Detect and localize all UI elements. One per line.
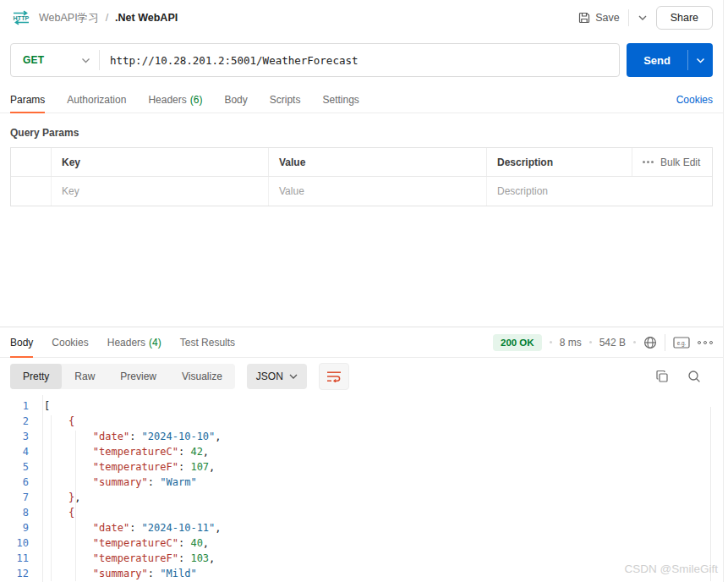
send-options-chevron[interactable]	[688, 43, 713, 77]
network-globe-icon[interactable]	[643, 336, 657, 349]
line-number: 7	[0, 490, 36, 505]
top-bar: HTTP WebAPI学习 / .Net WebAPI Save	[0, 0, 723, 36]
query-params-table: Key Value Description Bulk Edit Key Valu…	[10, 147, 713, 206]
save-label: Save	[595, 12, 620, 24]
search-icon[interactable]	[687, 370, 701, 383]
response-tabs-row: Body Cookies Headers(4) Test Results 200…	[0, 327, 723, 358]
tab-authorization[interactable]: Authorization	[67, 86, 126, 113]
query-params-section: Query Params Key Value Description Bulk …	[0, 113, 723, 206]
line-number: 9	[0, 520, 36, 535]
breadcrumb-collection[interactable]: WebAPI学习	[39, 11, 99, 25]
view-tab-preview[interactable]: Preview	[107, 364, 169, 389]
method-selector[interactable]: GET	[11, 54, 99, 66]
bulk-edit-cell: Bulk Edit	[632, 148, 712, 176]
description-column-header: Description	[487, 148, 632, 176]
response-size[interactable]: 542 B	[599, 337, 626, 349]
response-tabs: Body Cookies Headers(4) Test Results	[10, 327, 235, 357]
indent-guide	[51, 415, 52, 581]
table-header-row: Key Value Description Bulk Edit	[11, 148, 712, 177]
more-options-icon	[643, 161, 654, 163]
code-line: 4 "temperatureC": 42,	[0, 444, 723, 459]
tab-response-headers[interactable]: Headers(4)	[107, 327, 161, 357]
dot-separator	[550, 341, 552, 343]
tab-body[interactable]: Body	[224, 86, 247, 113]
response-pane: Body Cookies Headers(4) Test Results 200…	[0, 327, 723, 582]
line-number: 1	[0, 398, 36, 414]
view-actions	[655, 370, 713, 383]
line-number: 5	[0, 459, 36, 475]
bulk-edit-button[interactable]: Bulk Edit	[643, 156, 700, 168]
scrollbar[interactable]	[710, 407, 711, 581]
gutter-divider	[42, 395, 43, 582]
value-column-header: Value	[269, 148, 487, 176]
wrap-lines-icon	[326, 371, 342, 382]
request-pane: GET Send Params Authorization Headers(6)	[0, 36, 723, 327]
code-line: 5 "temperatureF": 107,	[0, 459, 723, 475]
request-tabs-row: Params Authorization Headers(6) Body Scr…	[0, 86, 723, 113]
response-view-toolbar: Pretty Raw Preview Visualize JSON	[0, 358, 723, 395]
chevron-down-icon	[81, 58, 90, 63]
code-line: 9 "date": "2024-10-11",	[0, 520, 723, 535]
view-tab-pretty[interactable]: Pretty	[10, 364, 62, 389]
response-meta: 200 OK 8 ms 542 B e.g.	[493, 334, 713, 351]
code-lines: 1[2 {3 "date": "2024-10-10",4 "temperatu…	[0, 398, 723, 581]
svg-text:HTTP: HTTP	[14, 14, 30, 22]
code-line: 11 "temperatureF": 103,	[0, 551, 723, 566]
line-number: 12	[0, 566, 36, 581]
share-button[interactable]: Share	[656, 6, 713, 30]
value-input[interactable]: Value	[269, 177, 487, 206]
more-options-icon[interactable]	[698, 341, 713, 344]
tab-params[interactable]: Params	[10, 86, 45, 113]
select-column	[11, 148, 52, 176]
code-line: 1[	[0, 398, 723, 414]
save-button[interactable]: Save	[578, 12, 620, 24]
code-line: 6 "summary": "Warm"	[0, 475, 723, 490]
send-button[interactable]: Send	[627, 43, 713, 77]
line-number: 4	[0, 444, 36, 459]
table-row: Key Value Description	[11, 177, 712, 206]
response-time[interactable]: 8 ms	[560, 337, 582, 349]
view-tab-visualize[interactable]: Visualize	[169, 364, 235, 389]
url-box: GET	[10, 43, 620, 77]
save-options-chevron[interactable]	[638, 14, 648, 21]
tab-scripts[interactable]: Scripts	[270, 86, 301, 113]
key-column-header: Key	[52, 148, 269, 176]
request-tabs: Params Authorization Headers(6) Body Scr…	[10, 86, 359, 113]
line-number: 2	[0, 414, 36, 429]
dot-separator	[589, 341, 592, 343]
svg-text:e.g.: e.g.	[677, 339, 687, 346]
divider	[628, 9, 629, 26]
code-line: 10 "temperatureC": 40,	[0, 535, 723, 551]
status-badge[interactable]: 200 OK	[493, 334, 542, 351]
tab-test-results[interactable]: Test Results	[180, 327, 235, 357]
line-number: 3	[0, 429, 36, 444]
tab-settings[interactable]: Settings	[322, 86, 359, 113]
cookies-link[interactable]: Cookies	[676, 94, 713, 106]
url-input[interactable]	[100, 54, 619, 67]
tab-response-cookies[interactable]: Cookies	[52, 327, 88, 357]
save-example-icon[interactable]: e.g.	[673, 337, 690, 349]
view-controls: Pretty Raw Preview Visualize JSON	[10, 363, 349, 390]
wrap-lines-button[interactable]	[319, 363, 349, 390]
line-number: 6	[0, 475, 36, 490]
copy-icon[interactable]	[655, 370, 669, 383]
view-tab-raw[interactable]: Raw	[62, 364, 107, 389]
view-mode-segmented-control: Pretty Raw Preview Visualize	[10, 364, 235, 389]
breadcrumb-request-name[interactable]: .Net WebAPI	[115, 12, 178, 24]
tab-response-body[interactable]: Body	[10, 327, 33, 357]
description-input[interactable]: Description	[487, 177, 712, 206]
tab-headers[interactable]: Headers(6)	[148, 86, 202, 113]
key-input[interactable]: Key	[52, 177, 269, 206]
watermark-text: CSDN @SmileGift	[625, 562, 718, 577]
chevron-down-icon	[289, 374, 298, 379]
save-icon	[578, 12, 590, 24]
code-line: 3 "date": "2024-10-10",	[0, 429, 723, 444]
row-select-cell[interactable]	[11, 177, 52, 206]
method-label: GET	[23, 54, 44, 66]
format-label: JSON	[256, 371, 283, 382]
format-selector[interactable]: JSON	[247, 364, 307, 389]
response-body-code-viewer[interactable]: 1[2 {3 "date": "2024-10-10",4 "temperatu…	[0, 395, 723, 582]
code-line: 12 "summary": "Mild"	[0, 566, 723, 581]
line-number: 11	[0, 551, 36, 566]
request-bar: GET Send	[0, 36, 723, 86]
